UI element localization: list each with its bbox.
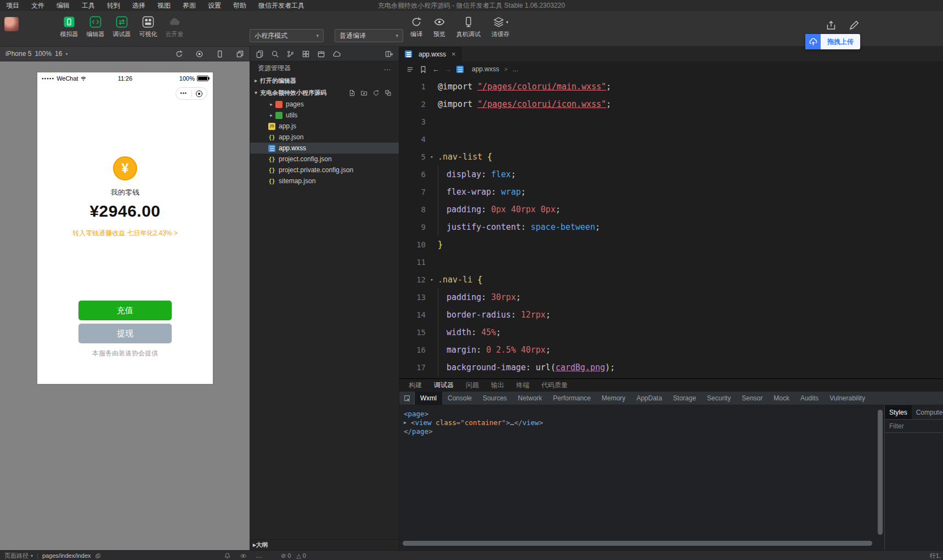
withdraw-button[interactable]: 提现	[78, 324, 172, 343]
code-line[interactable]: 1@import "/pages/colorui/main.wxss";	[399, 78, 943, 95]
code-line[interactable]: 17background-image: url(cardBg.png);	[399, 359, 943, 376]
tree-item-app.wxss[interactable]: app.wxss	[250, 143, 399, 154]
device-icon[interactable]	[216, 50, 224, 58]
menu-item-编辑[interactable]: 编辑	[50, 0, 76, 11]
toolbar-action-编译[interactable]: 编译	[406, 16, 427, 38]
tree-item-sitemap.json[interactable]: {}sitemap.json	[250, 176, 399, 186]
debugger-tab-调试器[interactable]: 调试器	[434, 381, 454, 390]
menu-item-界面[interactable]: 界面	[177, 0, 202, 11]
code-line[interactable]: 16margin: 0 2.5% 40rpx;	[399, 341, 943, 359]
menu-item-项目[interactable]: 项目	[0, 0, 25, 11]
source-control-icon[interactable]	[286, 50, 295, 58]
promo-link[interactable]: 转入零钱通赚收益 七日年化2.43% >	[37, 229, 213, 238]
menu-item-文件[interactable]: 文件	[25, 0, 50, 11]
debugger-tab-代码质量[interactable]: 代码质量	[541, 381, 568, 390]
devtools-tab-Storage[interactable]: Storage	[668, 392, 702, 405]
wxml-node[interactable]: ▶<view class="container">…</view>	[404, 418, 880, 427]
multi-window-icon[interactable]	[236, 50, 244, 58]
package-icon[interactable]	[317, 50, 325, 58]
screenshot-icon[interactable]	[195, 50, 204, 58]
code-line[interactable]: 8padding: 0px 40rpx 0px;	[399, 201, 943, 218]
code-line[interactable]: 10}	[399, 236, 943, 253]
code-line[interactable]: 12▾.nav-li {	[399, 271, 943, 289]
error-count[interactable]: ⊘ 0	[281, 552, 291, 559]
menu-item-工具[interactable]: 工具	[76, 0, 101, 11]
copy-path-icon[interactable]	[95, 553, 101, 559]
horizontal-scrollbar[interactable]	[403, 541, 872, 546]
toolbar-button-可视化[interactable]: 可视化	[135, 16, 161, 38]
explorer-more-button[interactable]: ...	[384, 64, 391, 72]
eye-icon[interactable]	[240, 552, 247, 559]
panel-toggle-icon[interactable]	[385, 50, 393, 58]
tree-item-utils[interactable]: ▸utils	[250, 110, 399, 121]
cloud-icon[interactable]	[332, 50, 341, 58]
toolbar-action-真机调试[interactable]: 真机调试	[452, 16, 485, 38]
devtools-tab-Sensor[interactable]: Sensor	[736, 392, 768, 405]
toolbar-action-清缓存[interactable]: ▾清缓存	[487, 16, 514, 38]
device-selector[interactable]: iPhone 5 100% 16 ▾	[5, 50, 67, 58]
code-line[interactable]: 7flex-wrap: wrap;	[399, 183, 943, 201]
code-line[interactable]: 3	[399, 113, 943, 131]
new-folder-icon[interactable]	[360, 89, 368, 97]
outline-section[interactable]: ▸ 大纲	[250, 539, 399, 550]
open-editors-section[interactable]: ▸ 打开的编辑器	[250, 75, 399, 87]
vertical-scrollbar[interactable]	[878, 410, 883, 535]
grid-icon[interactable]	[302, 50, 310, 58]
menu-item-选择[interactable]: 选择	[126, 0, 151, 11]
toolbar-button-调试器[interactable]: 调试器	[109, 16, 134, 38]
page-path-selector[interactable]: 页面路径 ▾	[4, 552, 33, 560]
more-tools-icon[interactable]	[849, 20, 860, 31]
toolbar-button-编辑器[interactable]: 编辑器	[83, 16, 108, 38]
code-line[interactable]: 11	[399, 253, 943, 271]
forward-arrow-icon[interactable]: →	[444, 65, 451, 73]
mode-select[interactable]: 小程序模式 ▾	[250, 29, 324, 42]
debugger-tab-输出[interactable]: 输出	[491, 381, 504, 390]
code-line[interactable]: 4	[399, 131, 943, 148]
toolbar-button-云开发[interactable]: 云开发	[162, 16, 187, 38]
close-icon[interactable]: ×	[451, 50, 456, 58]
debugger-tab-问题[interactable]: 问题	[466, 381, 479, 390]
devtools-tab-Mock[interactable]: Mock	[768, 392, 795, 405]
new-file-icon[interactable]	[348, 89, 355, 97]
tree-item-app.json[interactable]: {}app.json	[250, 132, 399, 143]
upload-icon[interactable]	[826, 20, 837, 31]
search-icon[interactable]	[271, 50, 279, 58]
code-line[interactable]: 5▾.nav-list {	[399, 148, 943, 166]
debugger-tab-终端[interactable]: 终端	[516, 381, 529, 390]
toolbar-button-模拟器[interactable]: 模拟器	[57, 16, 82, 38]
wxml-node[interactable]: </page>	[404, 427, 880, 436]
menu-item-转到[interactable]: 转到	[101, 0, 126, 11]
code-line[interactable]: 15width: 45%;	[399, 324, 943, 341]
devtools-tab-Security[interactable]: Security	[702, 392, 736, 405]
devtools-tab-Performance[interactable]: Performance	[547, 392, 596, 405]
devtools-tab-Vulnerability[interactable]: Vulnerability	[824, 392, 871, 405]
menu-item-帮助[interactable]: 帮助	[227, 0, 252, 11]
recharge-button[interactable]: 充值	[78, 301, 172, 320]
code-line[interactable]: 9justify-content: space-between;	[399, 218, 943, 236]
code-line[interactable]: 14border-radius: 12rpx;	[399, 306, 943, 324]
tree-item-pages[interactable]: ▸pages	[250, 99, 399, 110]
breadcrumb-file[interactable]: app.wxss	[472, 65, 499, 73]
code-editor[interactable]: 1@import "/pages/colorui/main.wxss";2@im…	[399, 77, 943, 378]
devtools-tab-Memory[interactable]: Memory	[596, 392, 631, 405]
devtools-tab-Network[interactable]: Network	[512, 392, 547, 405]
devtools-tab-Wxml[interactable]: Wxml	[415, 392, 442, 405]
warning-count[interactable]: △ 0	[296, 552, 306, 559]
debugger-tab-构建[interactable]: 构建	[409, 381, 422, 390]
breadcrumb-more[interactable]: ...	[512, 65, 518, 73]
devtools-tab-AppData[interactable]: AppData	[631, 392, 668, 405]
menu-item-微信开发者工具[interactable]: 微信开发者工具	[252, 0, 310, 11]
devtools-tab-Console[interactable]: Console	[442, 392, 477, 405]
styles-filter[interactable]: Filter	[885, 420, 943, 433]
menu-item-设置[interactable]: 设置	[202, 0, 227, 11]
more-icon[interactable]: …	[256, 552, 263, 559]
menu-item-视图[interactable]: 视图	[151, 0, 177, 11]
inspect-element-icon[interactable]	[399, 392, 415, 405]
back-arrow-icon[interactable]: ←	[432, 65, 439, 73]
toolbar-action-预览[interactable]: 预览	[429, 16, 450, 38]
cursor-position[interactable]: 行1,	[930, 551, 941, 560]
code-line[interactable]: 6display: flex;	[399, 166, 943, 183]
styles-tab-Computed[interactable]: Computed	[912, 405, 943, 419]
capsule-menu[interactable]: •••	[176, 87, 207, 100]
code-line[interactable]: 13padding: 30rpx;	[399, 289, 943, 306]
